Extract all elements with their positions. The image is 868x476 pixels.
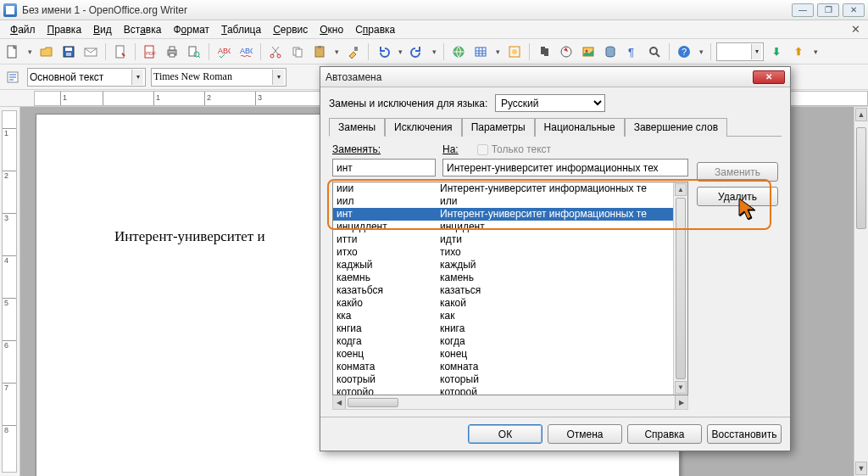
- vertical-ruler[interactable]: 12345678: [0, 107, 20, 476]
- vertical-scrollbar[interactable]: ▲ ▼: [854, 107, 868, 476]
- help-icon[interactable]: ?: [675, 42, 693, 61]
- nav-up-icon[interactable]: ⬆: [789, 42, 808, 61]
- table-dropdown[interactable]: ▾: [493, 42, 502, 61]
- menu-Формат[interactable]: Формат: [168, 22, 214, 37]
- minimize-button[interactable]: —: [792, 3, 814, 17]
- list-item[interactable]: коенцконец: [333, 348, 673, 361]
- dialog-close-button[interactable]: ✕: [753, 70, 785, 84]
- scroll-thumb[interactable]: [856, 127, 866, 229]
- list-item[interactable]: какйокакой: [333, 297, 673, 310]
- list-item[interactable]: конматакомната: [333, 361, 673, 373]
- scroll-left-icon[interactable]: ◀: [333, 395, 346, 409]
- menu-Окно[interactable]: Окно: [314, 22, 348, 37]
- nonprinting-icon[interactable]: ¶: [623, 42, 642, 61]
- cancel-button[interactable]: Отмена: [548, 424, 622, 444]
- paragraph-style-input[interactable]: [30, 70, 130, 85]
- new-doc-dropdown[interactable]: ▾: [25, 42, 34, 61]
- menu-Файл[interactable]: Файл: [5, 22, 41, 37]
- font-name-input[interactable]: [153, 70, 270, 85]
- replace-input[interactable]: [332, 159, 436, 176]
- nav-prev-icon[interactable]: ⬇: [767, 42, 786, 61]
- list-item[interactable]: казатьбсяказаться: [333, 284, 673, 297]
- list-item[interactable]: иилили: [333, 195, 673, 208]
- tab-4[interactable]: Завершение слов: [625, 118, 727, 137]
- styles-window-icon[interactable]: [3, 68, 22, 87]
- menu-Правка[interactable]: Правка: [42, 22, 87, 37]
- undo-icon[interactable]: [374, 42, 392, 61]
- datasources-icon[interactable]: [601, 42, 620, 61]
- menu-Справка[interactable]: Справка: [350, 22, 400, 37]
- menu-Вставка[interactable]: Вставка: [119, 22, 167, 37]
- scroll-down-icon[interactable]: ▼: [855, 462, 867, 475]
- with-input[interactable]: [442, 159, 688, 176]
- reset-button[interactable]: Восстановить: [707, 424, 782, 444]
- find-icon[interactable]: [535, 42, 554, 61]
- scroll-up-icon[interactable]: ▲: [675, 183, 687, 196]
- list-item[interactable]: кнгиакнига: [333, 322, 673, 335]
- only-text-input[interactable]: [477, 144, 488, 155]
- show-draw-icon[interactable]: [505, 42, 524, 61]
- toolbar-overflow[interactable]: ▾: [697, 42, 705, 61]
- replacements-list[interactable]: иииИнтерент-университет информационных т…: [332, 182, 688, 395]
- document-body-text[interactable]: Интерент-университет и: [114, 228, 265, 245]
- redo-icon[interactable]: [408, 42, 426, 61]
- dialog-titlebar[interactable]: Автозамена ✕: [320, 67, 790, 87]
- redo-dropdown[interactable]: ▾: [430, 42, 438, 61]
- paste-icon[interactable]: [310, 42, 329, 61]
- list-item[interactable]: интИнтерент-университет информационных т…: [333, 208, 673, 221]
- replace-button[interactable]: Заменить: [697, 162, 778, 182]
- scroll-down-icon[interactable]: ▼: [675, 381, 687, 394]
- list-item[interactable]: которйокоторой: [333, 386, 673, 395]
- list-item[interactable]: коотрыйкоторый: [333, 373, 673, 386]
- undo-dropdown[interactable]: ▾: [396, 42, 404, 61]
- chevron-down-icon[interactable]: ▾: [131, 70, 143, 85]
- print-icon[interactable]: [163, 42, 181, 61]
- list-item[interactable]: иттиидти: [333, 233, 673, 246]
- list-item[interactable]: кодгакогда: [333, 335, 673, 348]
- language-select[interactable]: Русский: [495, 94, 605, 112]
- export-pdf-icon[interactable]: PDF: [141, 42, 159, 61]
- paste-dropdown[interactable]: ▾: [332, 42, 341, 61]
- copy-icon[interactable]: [288, 42, 307, 61]
- cut-icon[interactable]: [266, 42, 285, 61]
- font-name-combo[interactable]: ▾: [151, 68, 287, 87]
- delete-button[interactable]: Удалить: [697, 187, 778, 206]
- email-icon[interactable]: [81, 42, 100, 61]
- scroll-thumb[interactable]: [348, 398, 398, 407]
- new-doc-icon[interactable]: [3, 42, 22, 61]
- list-item[interactable]: каджыйкаждый: [333, 259, 673, 272]
- ok-button[interactable]: ОК: [468, 424, 542, 444]
- chevron-down-icon[interactable]: ▾: [272, 70, 284, 85]
- toolbar-overflow-2[interactable]: ▾: [811, 42, 820, 61]
- only-text-checkbox[interactable]: Только текст: [477, 143, 551, 155]
- help-button[interactable]: Справка: [627, 424, 702, 444]
- menu-Сервис[interactable]: Сервис: [268, 22, 313, 37]
- scroll-thumb[interactable]: [676, 198, 686, 379]
- print-preview-icon[interactable]: [185, 42, 203, 61]
- paragraph-style-combo[interactable]: ▾: [27, 68, 146, 87]
- auto-spellcheck-icon[interactable]: ABC: [236, 42, 255, 61]
- tab-1[interactable]: Исключения: [385, 118, 462, 137]
- save-icon[interactable]: [59, 42, 78, 61]
- scroll-right-icon[interactable]: ▶: [675, 395, 687, 409]
- navigator-icon[interactable]: [557, 42, 576, 61]
- maximize-button[interactable]: ❐: [817, 3, 839, 17]
- list-scrollbar[interactable]: ▲ ▼: [673, 182, 687, 395]
- tab-0[interactable]: Замены: [329, 118, 385, 137]
- hyperlink-icon[interactable]: [449, 42, 468, 61]
- menu-Вид[interactable]: Вид: [88, 22, 117, 37]
- menu-Таблица[interactable]: Таблица: [216, 22, 266, 37]
- zoom-combo[interactable]: ▾: [716, 42, 764, 61]
- open-icon[interactable]: [37, 42, 56, 61]
- list-item[interactable]: иииИнтерент-университет информационных т…: [333, 182, 673, 195]
- list-hscrollbar[interactable]: ◀ ▶: [332, 395, 688, 410]
- list-item[interactable]: ккакак: [333, 310, 673, 322]
- close-button[interactable]: ✕: [843, 3, 865, 17]
- edit-doc-icon[interactable]: [111, 42, 130, 61]
- list-item[interactable]: итхотихо: [333, 246, 673, 259]
- tab-3[interactable]: Национальные: [535, 118, 625, 137]
- spellcheck-icon[interactable]: ABC: [214, 42, 233, 61]
- gallery-icon[interactable]: [579, 42, 598, 61]
- list-item[interactable]: каемнькамень: [333, 272, 673, 284]
- tab-2[interactable]: Параметры: [462, 118, 535, 137]
